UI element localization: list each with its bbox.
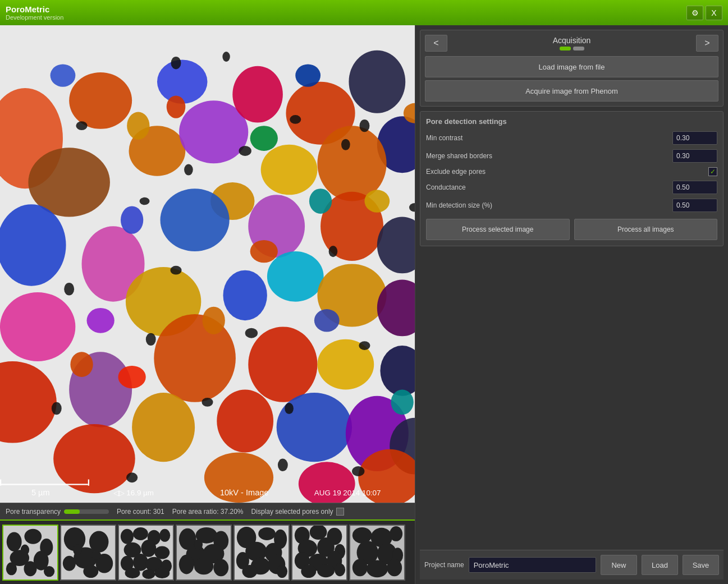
merge-borders-input[interactable] xyxy=(672,149,717,163)
svg-point-153 xyxy=(317,564,335,577)
thumbnail-7[interactable] xyxy=(349,525,405,581)
svg-point-72 xyxy=(359,341,370,350)
svg-point-95 xyxy=(44,566,54,577)
svg-point-61 xyxy=(290,115,301,124)
exclude-edge-label: Exclude edge pores xyxy=(426,168,486,176)
svg-point-53 xyxy=(314,309,340,332)
svg-point-2 xyxy=(69,72,132,129)
thumbnail-1[interactable] xyxy=(2,525,58,581)
svg-point-119 xyxy=(142,569,155,578)
indicator-dot-gray xyxy=(573,47,584,50)
svg-point-26 xyxy=(267,251,324,302)
svg-point-78 xyxy=(352,466,364,476)
thumbnail-3[interactable] xyxy=(118,525,174,581)
svg-point-129 xyxy=(213,559,228,576)
conductance-row: Conductance xyxy=(426,181,717,194)
svg-point-128 xyxy=(194,557,214,574)
svg-point-88 xyxy=(7,532,22,551)
svg-point-20 xyxy=(161,188,230,251)
save-button[interactable]: Save xyxy=(683,555,719,575)
svg-point-18 xyxy=(261,145,318,195)
min-contrast-input[interactable] xyxy=(672,131,717,145)
svg-point-105 xyxy=(91,551,101,559)
svg-text:AUG 19 2014 10:07: AUG 19 2014 10:07 xyxy=(314,489,381,497)
acquisition-next-button[interactable]: > xyxy=(696,35,718,52)
svg-point-6 xyxy=(0,292,75,361)
conductance-label: Conductance xyxy=(426,183,466,191)
svg-point-93 xyxy=(24,561,36,576)
thumbnail-6[interactable] xyxy=(291,525,347,581)
right-panel: < Acquisition > Load image from file Acq… xyxy=(415,25,728,584)
min-detection-row: Min detection size (%) xyxy=(426,199,717,212)
svg-point-54 xyxy=(70,352,93,377)
acquire-phenom-button[interactable]: Acquire image from Phenom xyxy=(425,80,718,102)
svg-point-64 xyxy=(140,197,150,205)
svg-point-44 xyxy=(167,95,186,118)
svg-point-4 xyxy=(0,204,66,286)
load-image-button[interactable]: Load image from file xyxy=(425,56,718,77)
svg-point-67 xyxy=(64,283,74,295)
svg-point-62 xyxy=(359,119,369,132)
svg-point-130 xyxy=(194,539,203,550)
svg-rect-82 xyxy=(88,480,89,486)
thumbnail-5[interactable] xyxy=(233,525,290,581)
svg-point-158 xyxy=(390,526,402,541)
svg-point-13 xyxy=(232,66,283,123)
svg-point-71 xyxy=(146,333,156,346)
settings-button[interactable]: ⚙ xyxy=(686,6,703,20)
svg-point-65 xyxy=(341,139,350,150)
svg-point-68 xyxy=(170,266,181,275)
svg-text:◁▷ 16.9 µm: ◁▷ 16.9 µm xyxy=(113,489,154,497)
svg-point-15 xyxy=(349,50,405,113)
svg-point-25 xyxy=(223,270,267,321)
svg-point-51 xyxy=(87,308,115,333)
svg-point-94 xyxy=(6,562,17,575)
conductance-input[interactable] xyxy=(672,181,717,194)
exclude-edge-checkbox[interactable]: ✓ xyxy=(708,167,717,176)
exclude-edge-row: Exclude edge pores ✓ xyxy=(426,167,717,176)
svg-point-17 xyxy=(317,126,386,201)
svg-point-103 xyxy=(83,565,98,578)
svg-point-110 xyxy=(159,528,170,541)
project-name-label: Project name xyxy=(424,561,464,569)
svg-text:10kV - Image: 10kV - Image xyxy=(220,488,269,497)
project-section: Project name New Load Save xyxy=(420,550,724,580)
svg-point-96 xyxy=(21,544,29,555)
project-name-input[interactable] xyxy=(469,557,596,573)
svg-point-9 xyxy=(53,424,135,493)
svg-point-52 xyxy=(203,307,225,334)
svg-point-42 xyxy=(127,112,149,140)
acquisition-indicators xyxy=(447,47,696,50)
acquisition-nav: < Acquisition > xyxy=(425,35,718,52)
svg-point-75 xyxy=(285,403,294,414)
process-selected-button[interactable]: Process selected image xyxy=(426,219,570,240)
close-button[interactable]: X xyxy=(706,6,722,20)
acquisition-label: Acquisition xyxy=(447,36,696,50)
svg-point-164 xyxy=(387,559,402,576)
acquisition-prev-button[interactable]: < xyxy=(425,35,447,52)
pore-area-label: Pore area ratio: 37.20% xyxy=(172,508,244,516)
svg-point-58 xyxy=(222,52,230,62)
svg-point-10 xyxy=(157,60,208,104)
transparency-slider-container: Pore transparency xyxy=(6,508,109,516)
svg-point-49 xyxy=(309,188,332,214)
load-button[interactable]: Load xyxy=(642,555,678,575)
merge-borders-label: Merge shared borders xyxy=(426,152,492,160)
svg-point-89 xyxy=(24,528,42,544)
svg-point-30 xyxy=(248,327,317,402)
svg-point-77 xyxy=(278,459,288,471)
thumbnail-4[interactable] xyxy=(176,525,232,581)
svg-point-73 xyxy=(52,402,62,415)
process-all-button[interactable]: Process all images xyxy=(574,219,718,240)
main-layout: 5 µm ◁▷ 16.9 µm 10kV - Image AUG 19 2014… xyxy=(0,25,728,584)
new-button[interactable]: New xyxy=(601,555,637,575)
display-selected-checkbox[interactable] xyxy=(336,508,344,516)
thumbnail-2[interactable] xyxy=(60,525,116,581)
display-selected-label: Display selected pores only xyxy=(251,508,333,516)
min-detection-input[interactable] xyxy=(672,199,717,212)
svg-point-152 xyxy=(301,565,316,578)
svg-point-127 xyxy=(179,554,194,574)
transparency-label: Pore transparency xyxy=(6,508,61,516)
transparency-slider[interactable] xyxy=(64,509,109,514)
svg-rect-81 xyxy=(0,480,1,486)
